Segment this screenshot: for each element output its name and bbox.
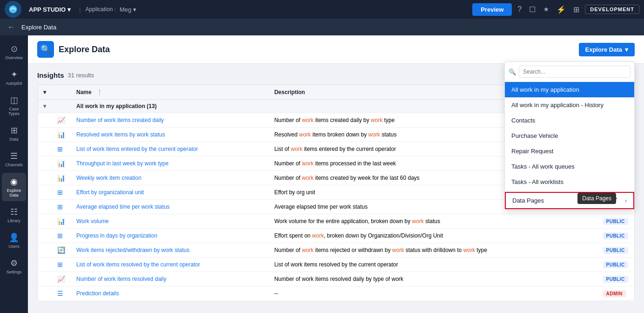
row-name-cell: Effort by organizational unit <box>71 185 268 200</box>
library-icon: ☷ <box>10 207 18 217</box>
badge-public: PUBLIC <box>603 218 628 225</box>
dropdown-item-label: Contacts <box>511 117 535 124</box>
collapse-all-icon[interactable]: ▾ <box>43 89 46 95</box>
row-expand-cell <box>38 214 52 229</box>
app-studio-label: APP STUDIO <box>29 6 66 13</box>
row-name-link[interactable]: Number of work items resolved daily <box>76 276 166 282</box>
table-row: 📈 Number of work items resolved daily Nu… <box>38 272 635 286</box>
row-name-link[interactable]: Number of work items created daily <box>76 117 164 123</box>
explore-data-icon: ◉ <box>10 177 18 187</box>
channels-icon: ☰ <box>10 151 18 161</box>
group-expand-icon[interactable]: ▾ <box>43 103 46 109</box>
overview-icon: ⊙ <box>11 44 18 54</box>
settings-icon: ⚙ <box>10 258 18 268</box>
lightning-icon-button[interactable]: ⚡ <box>555 3 568 16</box>
sidebar-item-library[interactable]: ☷ Library <box>2 203 26 227</box>
dropdown-item-tasks-worklists[interactable]: Tasks - All worklists <box>505 174 634 190</box>
row-name-link[interactable]: Work items rejected/withdrawn by work st… <box>76 247 189 253</box>
row-expand-cell <box>38 200 52 214</box>
sidebar-label-data: Data <box>9 137 18 142</box>
table-icon: ⊞ <box>57 261 63 268</box>
app-studio-dropdown-icon: ▾ <box>67 6 71 13</box>
row-expand-cell <box>38 156 52 171</box>
sidebar-item-autopilot[interactable]: ✦ Autopilot <box>2 66 26 89</box>
row-badge-cell: PUBLIC <box>597 214 635 229</box>
table-icon: ⊞ <box>57 232 63 239</box>
row-badge-cell: PUBLIC <box>597 272 635 286</box>
row-name-link[interactable]: Prediction details <box>76 290 119 297</box>
grid-icon-button[interactable]: ⊞ <box>571 3 581 16</box>
back-button[interactable]: ← <box>6 21 17 33</box>
row-name-link[interactable]: Throughput in last week by work type <box>76 160 168 167</box>
sidebar-item-overview[interactable]: ⊙ Overview <box>2 40 26 64</box>
row-icon-cell: 📊 <box>52 171 71 185</box>
dropdown-item-all-work[interactable]: All work in my application <box>505 82 634 97</box>
sub-nav: ← Explore Data <box>0 19 644 35</box>
dropdown-item-tasks-queues[interactable]: Tasks - All work queues <box>505 159 634 174</box>
sidebar-label-channels: Channels <box>5 163 23 167</box>
row-desc-cell: Number of work items rejected or withdra… <box>268 243 597 258</box>
row-icon-cell: 📈 <box>52 113 71 128</box>
explore-data-dropdown: 🔍 All work in my application All work in… <box>504 61 635 210</box>
sidebar-item-explore-data[interactable]: ◉ Explore Data <box>2 173 26 201</box>
row-badge-cell: PUBLIC <box>597 258 635 272</box>
line-chart-icon: 📈 <box>57 275 65 283</box>
row-name-link[interactable]: Average elapsed time per work status <box>76 204 170 210</box>
row-icon-cell: 📊 <box>52 128 71 142</box>
row-name-cell: Number of work items created daily <box>71 113 268 128</box>
chat-icon-button[interactable]: ☐ <box>527 3 537 16</box>
help-icon-button[interactable]: ? <box>516 3 523 15</box>
row-name-link[interactable]: List of work items resolved by the curre… <box>76 261 200 268</box>
row-name-link[interactable]: Weekly work item creation <box>76 175 141 181</box>
dropdown-item-repair-request[interactable]: Repair Request <box>505 143 634 159</box>
row-icon-cell: 📊 <box>52 214 71 229</box>
row-name-link[interactable]: Resolved work items by work status <box>76 131 165 138</box>
sidebar-item-settings[interactable]: ⚙ Settings <box>2 254 26 278</box>
row-name-link[interactable]: Work volume <box>76 218 109 225</box>
row-name-cell: Weekly work item creation <box>71 171 268 185</box>
sidebar-item-data[interactable]: ⊞ Data <box>2 122 26 145</box>
row-name-cell: Work volume <box>71 214 268 229</box>
row-icon-cell: ⊞ <box>52 185 71 200</box>
row-icon-cell: ⊞ <box>52 258 71 272</box>
dropdown-divider <box>505 191 634 191</box>
preview-button[interactable]: Preview <box>472 3 512 16</box>
row-icon-cell: 🔄 <box>52 243 71 258</box>
list-icon: ☰ <box>57 290 63 297</box>
group-icon-cell <box>52 100 71 113</box>
name-header-menu-icon[interactable]: ⋮ <box>97 89 102 95</box>
sidebar: ⊙ Overview ✦ Autopilot ◫ Case Types ⊞ Da… <box>0 35 28 313</box>
search-icon: 🔍 <box>40 44 51 54</box>
row-name-cell: List of work items resolved by the curre… <box>71 258 268 272</box>
table-row: 📊 Work volume Work volume for the entire… <box>38 214 635 229</box>
table-icon: ⊞ <box>57 145 63 153</box>
case-types-icon: ◫ <box>10 95 18 105</box>
row-expand-cell <box>38 113 52 128</box>
row-name-link[interactable]: Progress in days by organization <box>76 232 157 239</box>
sidebar-item-case-types[interactable]: ◫ Case Types <box>2 91 26 120</box>
star-icon-button[interactable]: ✶ <box>541 3 551 16</box>
row-expand-cell <box>38 142 52 156</box>
sidebar-item-channels[interactable]: ☰ Channels <box>2 147 26 171</box>
row-name-link[interactable]: Effort by organizational unit <box>76 189 144 196</box>
app-studio-button[interactable]: APP STUDIO ▾ <box>25 4 74 15</box>
row-name-link[interactable]: List of work items entered by the curren… <box>76 146 198 152</box>
explore-data-btn-dropdown-icon: ▾ <box>625 46 628 53</box>
sidebar-item-users[interactable]: 👤 Users <box>2 229 26 252</box>
row-expand-cell <box>38 171 52 185</box>
dropdown-item-purchase-vehicle[interactable]: Purchase Vehicle <box>505 128 634 143</box>
explore-data-button[interactable]: Explore Data ▾ <box>579 43 635 56</box>
row-name-cell: Average elapsed time per work status <box>71 200 268 214</box>
app-name-button[interactable]: Meg ▾ <box>120 6 136 13</box>
row-desc-cell: Number of work items resolved daily by t… <box>268 272 597 286</box>
dropdown-search-input[interactable] <box>519 66 631 78</box>
page-header-left: 🔍 Explore Data <box>37 41 110 58</box>
col-icon-header <box>52 85 71 100</box>
name-header-label: Name <box>76 89 92 95</box>
dropdown-item-contacts[interactable]: Contacts <box>505 113 634 128</box>
dropdown-item-all-work-history[interactable]: All work in my application - History <box>505 97 634 113</box>
sub-nav-title: Explore Data <box>21 24 56 31</box>
sidebar-label-settings: Settings <box>7 270 22 274</box>
sidebar-label-autopilot: Autopilot <box>6 81 22 86</box>
row-expand-cell <box>38 286 52 301</box>
